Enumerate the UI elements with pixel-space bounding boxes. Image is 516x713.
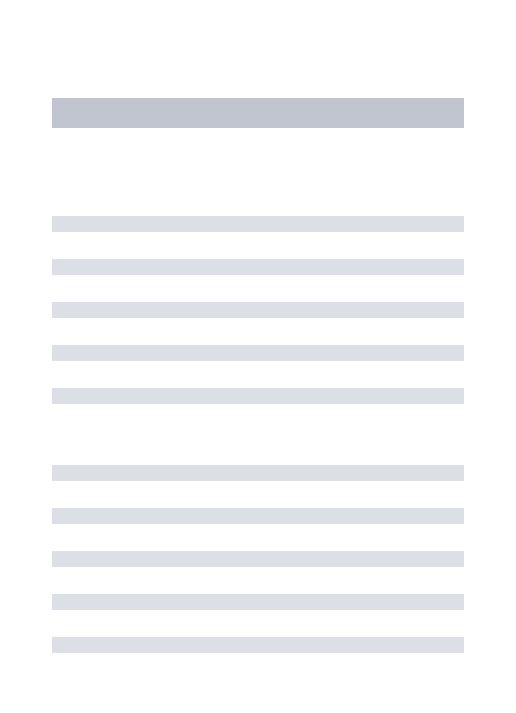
skeleton-container — [0, 0, 516, 653]
text-line-placeholder — [52, 465, 464, 481]
text-line-placeholder — [52, 259, 464, 275]
title-placeholder — [52, 98, 464, 128]
text-line-placeholder — [52, 216, 464, 232]
text-line-placeholder — [52, 508, 464, 524]
paragraph-2 — [52, 465, 464, 653]
text-line-placeholder — [52, 302, 464, 318]
text-line-placeholder — [52, 637, 464, 653]
text-line-placeholder — [52, 551, 464, 567]
text-line-placeholder — [52, 345, 464, 361]
text-line-placeholder — [52, 388, 464, 404]
text-line-placeholder — [52, 594, 464, 610]
paragraph-1 — [52, 216, 464, 404]
